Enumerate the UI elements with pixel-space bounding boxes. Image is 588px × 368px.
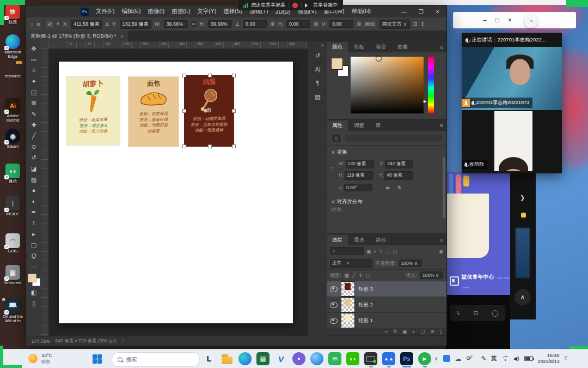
tab-adjustments[interactable]: 调整 [348,120,370,131]
fill-select[interactable]: 100% ∨ [420,272,443,279]
adjustment-layer-icon[interactable]: ◐ [412,329,415,334]
tab-paths[interactable]: 路径 [370,235,392,245]
layer-name[interactable]: 矩形 3 [358,286,373,293]
menu-type[interactable]: 文字(Y) [197,8,216,15]
tray-blue-app-icon[interactable] [443,355,450,362]
visibility-eye-icon[interactable] [330,286,338,292]
video-tile-1[interactable]: 220701李志梅20221973 [462,47,562,110]
panel-scrollbar[interactable] [443,157,445,218]
onedrive-cloud-icon[interactable]: ☁ [455,355,462,363]
quick-selection-tool[interactable]: ✦ [28,76,40,87]
video-thumbnail[interactable] [516,228,530,278]
ps-canvas-area[interactable]: 0 50 100 150 200 250 300 350 400 450 500… [41,41,308,336]
align-section-header[interactable]: ∨ 对齐并分布 [327,195,446,207]
desktop-icon-kuaiya[interactable]: 快快压 [0,4,26,25]
reference-point-crosshair-icon[interactable]: ⊕ [206,106,212,114]
prop-height-field[interactable]: 119 像素 [345,171,373,180]
menu-file[interactable]: 文件(F) [96,8,114,15]
zoom-tool[interactable]: Q [28,250,40,261]
wifi-icon[interactable] [502,356,509,361]
zoom-level[interactable]: 177.72% [32,339,50,344]
pen-tool[interactable]: ✒ [28,207,40,218]
tab-properties[interactable]: 属性 [327,120,348,131]
layer-search-field[interactable]: ⌕ [330,247,364,255]
status-chevron-icon[interactable]: 〉 [122,338,127,345]
chevron-up-button[interactable]: ∧ [514,289,531,305]
share-icon[interactable]: ↥ [420,21,425,27]
fullscreen-icon[interactable]: ⊡ [473,310,478,317]
transform-handle[interactable] [182,74,186,77]
canvas-page[interactable]: 胡萝卜 类别：蔬菜水果 营养：维生素A 功能：视力强健 面包 [59,62,293,323]
power-icon[interactable]: ◯ [492,310,498,317]
desktop-icon-illustrator[interactable]: AiAdobe Illustrat [0,98,26,123]
desktop-icon-wechat[interactable]: ◖◗微信 [0,164,26,184]
desktop-icon-ori[interactable]: ᚙOri and the Will of th [0,299,26,323]
minimize-icon[interactable]: – [483,16,487,24]
transform-handle[interactable] [182,109,186,113]
flip-horizontal-icon[interactable]: ⇄ [385,185,389,190]
link-dimensions-icon[interactable]: ∞ [191,21,197,27]
taskbar-file-explorer[interactable] [220,352,234,365]
type-tool[interactable]: T [28,218,40,228]
taskbar-purple-app[interactable]: ● [292,352,305,365]
visibility-eye-icon[interactable] [330,318,338,324]
start-button[interactable] [93,354,102,364]
tab-gradients[interactable]: 渐变 [370,42,392,52]
menu-help[interactable]: 帮助(H) [352,8,371,15]
prop-x-field[interactable]: 242 像素 [385,160,413,168]
minimize-icon[interactable]: — [401,9,407,15]
prop-angle-field[interactable]: 0.00° [344,184,372,191]
tab-color[interactable]: 颜色 [327,42,348,52]
volume-icon[interactable]: ◀) [513,355,519,361]
transform-handle[interactable] [232,74,236,77]
quick-mask-icon[interactable]: ◧ [28,287,40,298]
lasso-tool[interactable]: ○ [28,65,40,76]
clone-stamp-tool[interactable]: ⊙ [28,141,40,152]
screen-mode-icon[interactable]: ▯ [28,298,40,309]
maximize-icon[interactable]: □ [495,16,499,24]
opacity-select[interactable]: 100% ∨ [399,260,422,267]
gradient-tool[interactable]: ▨ [28,174,40,185]
hue-slider[interactable] [428,57,434,113]
filter-shape-icon[interactable]: ⬚ [385,249,390,254]
toggle-reference-point-checkbox[interactable]: ✓ [47,21,53,27]
panel-menu-icon[interactable]: ≡ [440,237,443,243]
transform-handle[interactable] [182,144,186,148]
blur-tool[interactable]: ● [28,185,40,196]
foreground-color-swatch[interactable] [28,274,36,282]
card-bread[interactable]: 面包 类别：谷类食品 营养：膳食纤维 功能：为我们提 供能量 [128,77,179,147]
desktop-icon-resource[interactable]: resource [0,63,26,79]
layer-row-rect2[interactable]: 矩形 2 [327,297,446,313]
transform-handle[interactable] [208,144,212,148]
taskbar-edge[interactable] [238,352,252,365]
blend-mode-select[interactable]: 正常 ∨ [330,259,372,268]
x-position-field[interactable]: 411.56 像素 [71,20,102,29]
crop-tool[interactable]: ◱ [28,87,40,98]
taskbar-browser-app[interactable] [310,352,323,365]
delta-icon[interactable]: Δ [106,21,109,27]
y-position-field[interactable]: 132.59 像素 [120,20,151,29]
filter-adjustment-icon[interactable]: ◐ [374,249,377,254]
filter-toggle-icon[interactable]: ◉ [439,249,443,254]
weather-sun-icon[interactable] [28,354,38,363]
menu-edit[interactable]: 编辑(E) [121,8,140,15]
sync-icon[interactable]: ⟳ [467,355,471,362]
tray-chevron-icon[interactable]: ∧ [434,356,438,361]
taskbar-screen-share-app[interactable] [364,352,377,365]
taskbar-wechat[interactable]: ◖◗ [346,352,359,365]
delete-layer-icon[interactable]: ▯ [439,329,442,334]
foreground-color-swatch[interactable] [331,58,343,70]
close-icon[interactable]: × [508,16,512,24]
h-skew-field[interactable]: 0.00 [286,20,310,28]
search-box[interactable]: 搜索 [112,352,200,367]
night-mode-moon-icon[interactable]: ☾ [565,355,570,362]
flash-icon[interactable]: ϟ [456,310,460,316]
desktop-icon-unturned[interactable]: ▣Unturned [0,265,26,285]
document-tab[interactable]: 未标题-1 @ 178% (矩形 3, RGB/8#) * × [26,31,128,41]
filter-pixel-icon[interactable]: ▣ [366,249,371,254]
layer-group-icon[interactable]: ▢ [420,329,425,334]
move-tool[interactable]: ✥ [28,43,40,54]
taskbar-play-app[interactable]: ▶ [418,352,431,365]
eyedropper-tool[interactable]: ✎ [28,108,40,119]
prop-y-field[interactable]: 48 像素 [384,171,413,180]
